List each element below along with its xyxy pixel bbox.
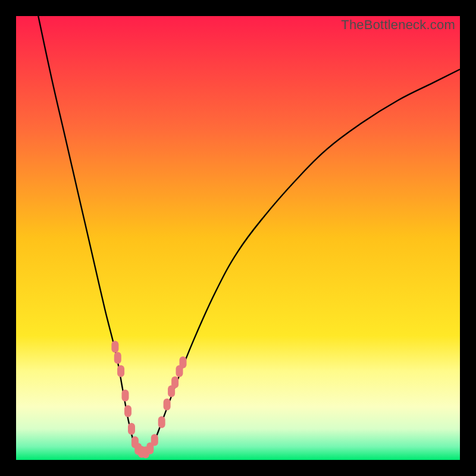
marker-dot	[158, 416, 165, 428]
marker-dot	[111, 341, 118, 353]
plot-frame: TheBottleneck.com	[16, 16, 460, 460]
marker-dot	[114, 352, 121, 364]
watermark-text: TheBottleneck.com	[341, 17, 455, 33]
marker-dot	[151, 434, 158, 446]
marker-dot	[117, 365, 124, 377]
marker-dot	[128, 423, 135, 435]
marker-dot	[180, 356, 187, 368]
highlight-markers	[111, 341, 186, 459]
marker-dot	[164, 399, 171, 411]
marker-dot	[124, 405, 131, 417]
bottleneck-curve	[38, 16, 460, 453]
marker-dot	[171, 377, 178, 389]
chart-svg	[16, 16, 460, 460]
marker-dot	[122, 390, 129, 402]
